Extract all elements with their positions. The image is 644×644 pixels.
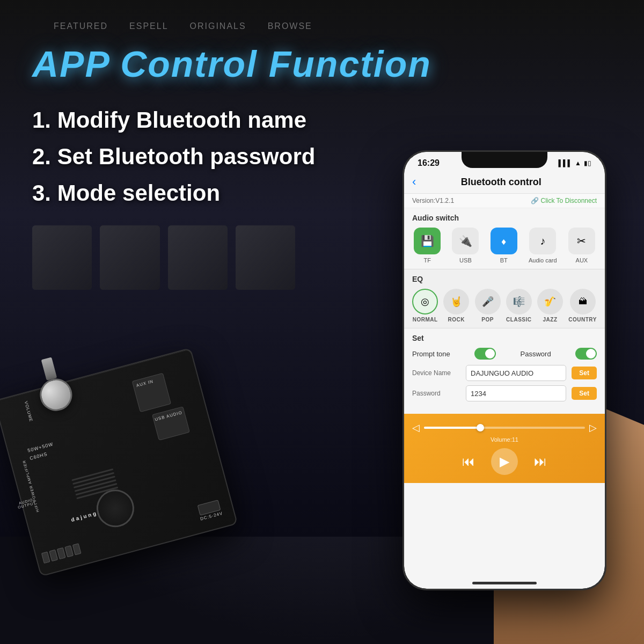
eq-normal-label: NORMAL [413, 317, 438, 323]
tv-nav-originals: ORIGINALS [190, 21, 246, 31]
eq-classic-icon: 🎼 [506, 289, 532, 314]
eq-rock-icon: 🤘 [443, 289, 469, 314]
eq-normal[interactable]: ◎ NORMAL [412, 289, 438, 323]
disconnect-button[interactable]: 🔗 Click To Disconnect [531, 197, 597, 204]
tf-label: TF [423, 257, 430, 264]
tf-icon: 💾 [414, 228, 441, 254]
audio-switch-title: Audio switch [412, 214, 597, 222]
main-title: APP Control Function [32, 43, 431, 85]
eq-title: EQ [412, 275, 597, 283]
password-field-label: Password [412, 390, 460, 397]
tv-nav-featured: FEATURED [54, 21, 108, 31]
volume-label: Volume:11 [412, 436, 597, 443]
seek-bar[interactable] [424, 427, 585, 429]
seek-thumb [477, 424, 484, 431]
switch-bt[interactable]: ⬧ BT [491, 228, 517, 264]
feature-item-3: 3. Mode selection [32, 180, 315, 206]
eq-pop[interactable]: 🎤 POP [475, 289, 501, 323]
eq-classic-label: CLASSIC [506, 317, 531, 323]
eq-rock[interactable]: 🤘 ROCK [443, 289, 469, 323]
tv-navigation: FEATURED ESPELL ORIGINALS BROWSE [54, 21, 590, 31]
next-button[interactable]: ⏭ [534, 454, 547, 469]
tv-thumb-3 [168, 225, 228, 290]
model-name: C60HS [29, 451, 48, 461]
aux-label: AUX [576, 257, 588, 264]
password-toggle-label: Password [521, 350, 551, 358]
version-bar: Version:V1.2.1 🔗 Click To Disconnect [404, 194, 605, 208]
volume-label: VOLUME [24, 400, 34, 422]
eq-country-label: COUNTRY [568, 317, 597, 323]
tv-thumb-2 [100, 225, 159, 290]
phone-notch [462, 152, 547, 168]
eq-classic[interactable]: 🎼 CLASSIC [506, 289, 532, 323]
app-header: ‹ Bluetooth control [404, 171, 605, 194]
eq-section: EQ ◎ NORMAL 🤘 ROCK 🎤 POP [404, 269, 605, 328]
signal-icon: ▌▌▌ [559, 159, 573, 167]
prompt-tone-toggle[interactable] [474, 348, 496, 360]
usb-audio-port: USB AUDIO [152, 406, 190, 441]
feature-list: 1. Modify Bluetooth name 2. Set Bluetoot… [32, 107, 315, 217]
bt-label: BT [500, 257, 508, 264]
app-title: Bluetooth control [421, 177, 581, 188]
tv-thumb-4 [236, 225, 295, 290]
password-toggle[interactable] [575, 348, 597, 360]
audio-switch-buttons: 💾 TF 🔌 USB ⬧ BT ♪ [412, 228, 597, 264]
tv-thumb-1 [32, 225, 92, 290]
switch-usb[interactable]: 🔌 USB [452, 228, 479, 264]
prompt-tone-label: Prompt tone [412, 350, 450, 358]
usb-audio-label: USB AUDIO [155, 410, 183, 422]
eq-country[interactable]: 🏔 COUNTRY [568, 289, 597, 323]
knob-shaft [41, 357, 57, 380]
set-title: Set [412, 334, 597, 342]
device-name-set-button[interactable]: Set [572, 367, 597, 379]
terminal-blocks [41, 543, 82, 564]
audio-switch-section: Audio switch 💾 TF 🔌 USB ⬧ BT [404, 208, 605, 269]
aux-in-port: AUX IN [132, 373, 171, 412]
audio-card-label: Audio card [529, 257, 557, 264]
seek-progress [424, 427, 480, 429]
set-section: Set Prompt tone Password Device Name Set… [404, 328, 605, 411]
status-icons: ▌▌▌ ▲ ▮▯ [559, 159, 591, 167]
play-icon: ▶ [500, 454, 509, 469]
password-set-button[interactable]: Set [572, 387, 597, 400]
eq-pop-label: POP [481, 317, 494, 323]
switch-aux[interactable]: ✂ AUX [568, 228, 595, 264]
home-indicator [472, 582, 537, 584]
usb-icon: 🔌 [452, 228, 479, 254]
phone-container: 16:29 ▌▌▌ ▲ ▮▯ ‹ Bluetooth control Versi… [397, 134, 633, 644]
play-button[interactable]: ▶ [491, 448, 518, 475]
back-button[interactable]: ‹ [412, 175, 416, 189]
eq-jazz[interactable]: 🎷 JAZZ [537, 289, 563, 323]
eq-normal-icon: ◎ [412, 289, 438, 314]
phone: 16:29 ▌▌▌ ▲ ▮▯ ‹ Bluetooth control Versi… [402, 150, 606, 590]
password-input[interactable] [466, 385, 566, 401]
wifi-icon: ▲ [575, 159, 581, 167]
spec-label: 50W+50W [27, 441, 54, 453]
audio-card-icon: ♪ [529, 228, 556, 254]
tv-nav-espell: ESPELL [129, 21, 168, 31]
device-name-label: Device Name [412, 369, 460, 377]
password-row: Password Set [412, 385, 597, 401]
prompt-tone-row: Prompt tone Password [412, 348, 597, 360]
switch-tf[interactable]: 💾 TF [414, 228, 441, 264]
music-player: ◁ ▷ Volume:11 ⏮ ▶ ⏭ [404, 414, 605, 483]
eq-country-icon: 🏔 [570, 289, 596, 314]
phone-screen: 16:29 ▌▌▌ ▲ ▮▯ ‹ Bluetooth control Versi… [404, 152, 605, 589]
volume-down-icon[interactable]: ◁ [412, 422, 420, 434]
dc-connector: DC:5-24V [197, 500, 224, 522]
eq-jazz-label: JAZZ [543, 317, 558, 323]
aux-icon: ✂ [568, 228, 595, 254]
volume-up-icon[interactable]: ▷ [589, 422, 597, 434]
device-name-row: Device Name Set [412, 365, 597, 381]
eq-pop-icon: 🎤 [475, 289, 501, 314]
device-name-input[interactable] [466, 365, 566, 381]
feature-item-1: 1. Modify Bluetooth name [32, 107, 315, 133]
tv-content-row [32, 225, 295, 290]
seek-bar-container: ◁ ▷ [412, 422, 597, 434]
aux-in-label: AUX IN [136, 379, 154, 388]
prev-button[interactable]: ⏮ [462, 454, 475, 469]
player-controls: ⏮ ▶ ⏭ [412, 448, 597, 475]
eq-jazz-icon: 🎷 [537, 289, 563, 314]
switch-audio-card[interactable]: ♪ Audio card [529, 228, 557, 264]
tv-nav-browse: BROWSE [268, 21, 312, 31]
